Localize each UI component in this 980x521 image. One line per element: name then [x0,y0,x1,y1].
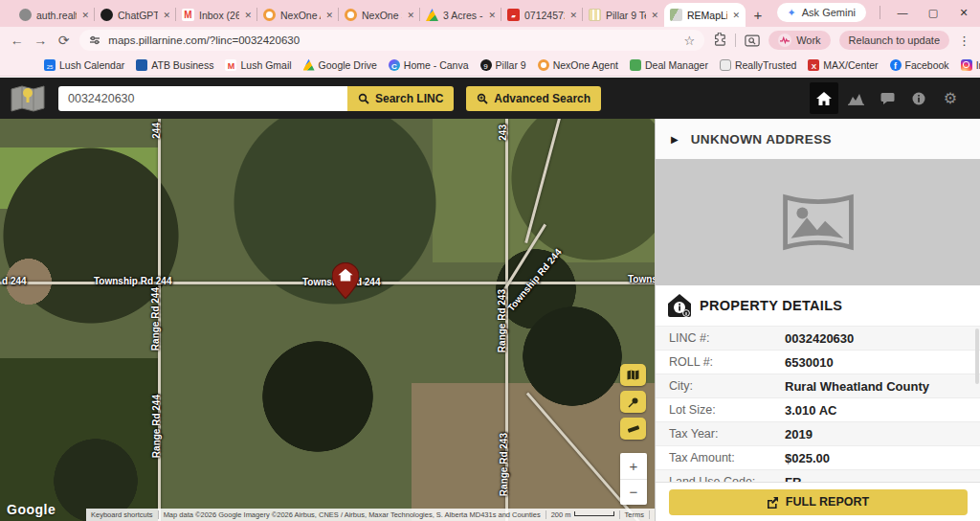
map-data-attribution: Map data ©2026 Google Imagery ©2026 Airb… [158,510,546,519]
atb-icon [136,59,147,71]
road-label: Range Rd 244 [151,395,162,458]
bookmarks-bar: Lush Calendar ATB Business Lush Gmail Go… [0,54,980,77]
tab-search-icon[interactable] [745,34,760,47]
divider [880,6,880,19]
profile-chip[interactable]: Work [768,31,830,50]
map-pin-tool-button[interactable] [620,391,646,413]
site-info-icon[interactable] [89,34,100,46]
url-text[interactable]: maps.pillarnine.com/?linc=0032420630 [108,34,676,46]
table-row: City:Rural Wheatland County [656,374,980,398]
tab-close-icon[interactable]: ✕ [407,11,414,20]
house-info-icon [667,293,692,318]
tab-close-icon[interactable]: ✕ [163,11,170,20]
home-nav-button[interactable] [810,82,838,114]
bookmark-lush-gmail[interactable]: Lush Gmail [225,59,291,71]
tab-close-icon[interactable]: ✕ [244,11,252,20]
tab-close-icon[interactable]: ✕ [488,11,496,20]
property-photo-placeholder [656,159,980,285]
tab-remaplist-active[interactable]: REMapList...✕ [664,3,746,27]
terms-link[interactable]: Terms [619,510,649,519]
road-label: Range Rd 244 [150,287,161,351]
extensions-icon[interactable] [713,33,726,49]
forward-button[interactable]: → [33,33,47,48]
gemini-spark-icon: ✦ [788,7,796,19]
tab-pdf-document[interactable]: 07124572...✕ [501,3,583,27]
search-linc-button[interactable]: Search LINC [347,86,454,111]
stats-nav-button[interactable] [841,82,870,114]
tab-gmail-inbox[interactable]: Inbox (26)✕ [176,3,257,27]
property-panel: ▶ UNKNOWN ADDRESS PROPERTY DETAILS LINC … [655,119,980,521]
map-layers-icon [627,370,639,380]
bookmark-instagram[interactable]: Instagram [961,59,980,71]
profile-name: Work [796,34,820,46]
advanced-search-button[interactable]: Advanced Search [466,86,601,111]
tab-3-acres[interactable]: 3 Acres - V...✕ [420,3,501,27]
keyboard-shortcuts-link[interactable]: Keyboard shortcuts [86,510,158,519]
window-close-button[interactable]: ✕ [955,7,972,19]
tab-nexone-suite[interactable]: NexOne S...✕ [339,3,420,27]
relaunch-to-update-button[interactable]: Relaunch to update [839,31,949,50]
pushpin-icon [628,396,639,408]
nexone-icon [538,59,549,71]
linc-search-input[interactable] [58,86,347,111]
tab-nexone-agent[interactable]: NexOne A...✕ [257,3,339,27]
bookmark-lush-calendar[interactable]: Lush Calendar [44,59,124,71]
tab-close-icon[interactable]: ✕ [325,11,333,20]
tab-close-icon[interactable]: ✕ [651,11,658,20]
map-scale: 200 m [546,510,619,519]
tab-auth-realtor[interactable]: auth.realto...✕ [13,3,95,27]
bookmark-reallytrusted[interactable]: ReallyTrusted [720,59,796,71]
window-minimize-button[interactable]: — [894,7,911,18]
google-logo: Google [7,502,56,517]
bookmark-pillar9[interactable]: Pillar 9 [480,59,526,71]
property-details-table: LINC #:0032420630 ROLL #:6530010 City:Ru… [656,327,980,482]
bookmark-deal-manager[interactable]: Deal Manager [630,59,708,71]
tab-chatgpt[interactable]: ChatGPT -✕ [95,3,176,27]
chat-nav-button[interactable] [873,82,902,114]
window-maximize-button[interactable]: ▢ [924,7,942,19]
bookmark-facebook[interactable]: Facebook [890,59,949,71]
tab-close-icon[interactable]: ✕ [732,11,740,20]
panorama-image-icon [782,193,855,252]
map-layers-button[interactable] [620,364,646,386]
browser-tab-strip: auth.realto...✕ ChatGPT -✕ Inbox (26)✕ N… [0,0,980,27]
zoom-in-button[interactable]: + [620,453,647,480]
address-text: UNKNOWN ADDRESS [691,132,832,147]
pdf-favicon-icon [507,9,520,21]
search-plus-icon [477,93,488,104]
browser-menu-icon[interactable]: ⋮ [958,34,970,48]
table-row: Lot Size:3.010 AC [656,398,980,422]
ask-gemini-button[interactable]: ✦Ask Gemini [777,3,866,22]
bookmark-star-icon[interactable]: ☆ [684,34,696,48]
address-header[interactable]: ▶ UNKNOWN ADDRESS [656,119,980,159]
back-button[interactable]: ← [10,33,24,48]
settings-nav-button[interactable]: ⚙ [936,82,965,114]
report-bar: FULL REPORT [656,482,980,521]
chat-bubble-icon [880,92,895,105]
table-row: LINC #:0032420630 [656,327,980,351]
home-icon [816,92,832,105]
address-bar[interactable]: maps.pillarnine.com/?linc=0032420630 ☆ [79,30,704,51]
road-label: Towns [628,274,655,284]
info-nav-button[interactable] [904,82,933,114]
new-tab-button[interactable]: + [746,2,770,27]
map-measure-button[interactable] [620,418,646,440]
bookmark-home-canva[interactable]: Home - Canva [389,59,469,71]
app-nav-icons: ⚙ [810,82,965,114]
tab-close-icon[interactable]: ✕ [569,11,577,20]
panel-scrollbar[interactable] [975,328,979,384]
divider [735,34,736,47]
satellite-map[interactable]: d 244 Township Rd 244 Township Rd 244 To… [0,119,655,521]
bookmark-max-center[interactable]: MAX/Center [808,59,878,71]
full-report-button[interactable]: FULL REPORT [669,489,968,515]
reload-button[interactable]: ⟳ [56,33,71,48]
zoom-out-button[interactable]: − [620,480,647,506]
property-marker-pin[interactable] [332,262,359,299]
property-details-header: PROPERTY DETAILS [656,285,980,327]
tab-pillar9-tech[interactable]: Pillar 9 Tec...✕ [583,3,664,27]
bookmark-nexone-agent[interactable]: NexOne Agent [538,59,618,71]
bookmark-atb-business[interactable]: ATB Business [136,59,213,71]
tab-close-icon[interactable]: ✕ [81,11,89,20]
bookmark-google-drive[interactable]: Google Drive [303,59,377,71]
scale-bar [574,511,614,516]
